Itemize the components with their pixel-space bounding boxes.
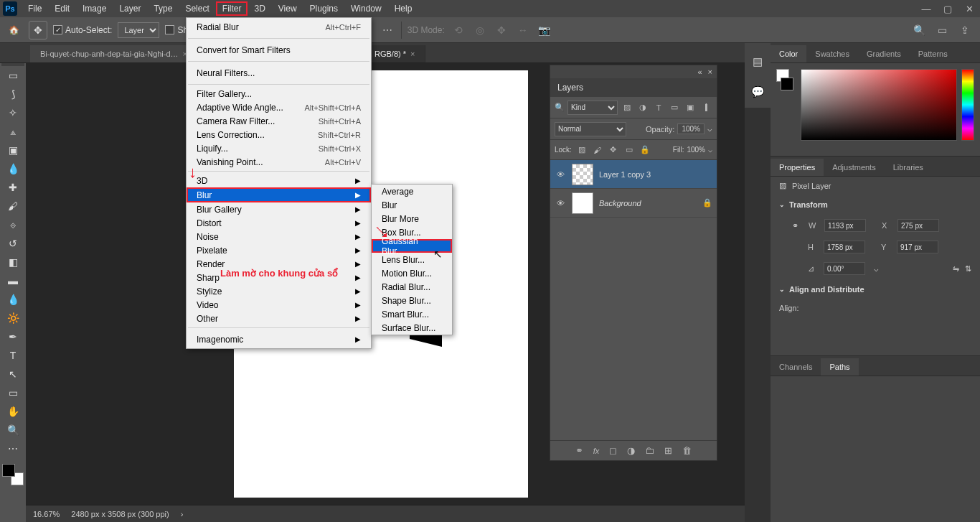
menu-adaptive-wide-angle[interactable]: Adaptive Wide Angle...Alt+Shift+Ctrl+A (187, 101, 371, 114)
shape-tool[interactable]: ▭ (1, 383, 24, 402)
history-brush-tool[interactable]: ↺ (1, 234, 24, 253)
transform-hdr[interactable]: Transform (789, 200, 828, 209)
menu-vanishing-point[interactable]: Vanishing Point...Alt+Ctrl+V (187, 155, 371, 169)
group-icon[interactable]: 🗀 (645, 445, 654, 456)
layer-name[interactable]: Background (599, 199, 641, 208)
gradient-tool[interactable]: ▬ (1, 271, 24, 290)
magic-wand-tool[interactable]: ✧ (1, 103, 24, 122)
flip-h-icon[interactable]: ⇋ (953, 264, 959, 274)
edit-toolbar[interactable]: ⋯ (1, 439, 24, 458)
zoom-tool[interactable]: 🔍 (1, 421, 24, 439)
menu-image[interactable]: Image (76, 1, 113, 16)
window-maximize[interactable]: ▢ (937, 0, 958, 17)
menu-lens-correction[interactable]: Lens Correction...Shift+Ctrl+R (187, 128, 371, 141)
menu-pixelate[interactable]: Pixelate▶ (187, 243, 371, 257)
close-icon[interactable]: × (410, 50, 415, 58)
frame-tool[interactable]: ▣ (1, 141, 24, 159)
eraser-tool[interactable]: ◧ (1, 253, 24, 271)
blur-tool[interactable]: 💧 (1, 290, 24, 309)
search-icon[interactable]: 🔍 (911, 22, 927, 38)
tab-properties[interactable]: Properties (771, 159, 824, 176)
filter-adjust-icon[interactable]: ◑ (636, 101, 649, 114)
menu-noise[interactable]: Noise▶ (187, 230, 371, 243)
align-hdr[interactable]: Align and Distribute (789, 285, 864, 294)
menu-imagenomic[interactable]: Imagenomic▶ (187, 330, 371, 348)
menu-3d[interactable]: 3D▶ (187, 174, 371, 187)
width-input[interactable] (824, 219, 866, 232)
lock-pixels-icon[interactable]: ▨ (576, 144, 588, 156)
layer-blend-mode[interactable]: Normal (555, 122, 626, 136)
zoom-level[interactable]: 16.67% (33, 510, 60, 518)
menu-3d[interactable]: 3D (248, 1, 271, 16)
auto-select-checkbox[interactable]: ✓Auto-Select: (53, 25, 112, 35)
bg-swatch[interactable] (781, 78, 793, 90)
menu-camera-raw[interactable]: Camera Raw Filter...Shift+Ctrl+A (187, 114, 371, 128)
link-wh-icon[interactable]: ⚭ (792, 221, 798, 230)
menu-last-filter[interactable]: Radial BlurAlt+Ctrl+F (187, 18, 371, 36)
doc-tab-0[interactable]: Bi-quyet-chup-anh-dep-tai-gia-Nghi-d…× (30, 45, 198, 62)
workspace-icon[interactable]: ▭ (934, 22, 950, 38)
y-input[interactable] (897, 241, 938, 253)
layer-item[interactable]: 👁 Layer 1 copy 3 (550, 160, 717, 189)
fill-value[interactable]: 100% (687, 146, 705, 154)
menu-layer[interactable]: Layer (113, 1, 147, 16)
window-close[interactable]: ✕ (958, 0, 980, 17)
path-select-tool[interactable]: ↖ (1, 365, 24, 383)
home-button[interactable]: 🏠 (4, 21, 23, 39)
filter-smart-icon[interactable]: ▣ (684, 101, 697, 114)
filter-image-icon[interactable]: ▨ (621, 101, 633, 114)
menu-help[interactable]: Help (388, 1, 419, 16)
history-icon[interactable]: ▤ (749, 53, 766, 70)
submenu-motion-blur[interactable]: Motion Blur... (372, 266, 452, 280)
submenu-smart-blur[interactable]: Smart Blur... (372, 307, 452, 321)
layer-item[interactable]: 👁 Background 🔒 (550, 189, 717, 218)
menu-stylize[interactable]: Stylize▶ (187, 284, 371, 298)
hue-slider[interactable] (961, 69, 974, 141)
fg-bg-colors[interactable] (2, 464, 24, 485)
layer-filter-kind[interactable]: Kind (567, 101, 618, 115)
move-tool-icon[interactable]: ✥ (29, 21, 47, 39)
menu-blur-gallery[interactable]: Blur Gallery▶ (187, 202, 371, 216)
mask-icon[interactable]: ◻ (609, 445, 617, 456)
doc-info[interactable]: 2480 px x 3508 px (300 ppi) (71, 510, 169, 518)
menu-edit[interactable]: Edit (48, 1, 76, 16)
submenu-gaussian-blur[interactable]: Gaussian Blur... (372, 239, 452, 253)
x-input[interactable] (897, 219, 939, 232)
filter-type-icon[interactable]: T (652, 101, 665, 114)
color-spectrum[interactable] (801, 69, 957, 141)
submenu-shape-blur[interactable]: Shape Blur... (372, 294, 452, 307)
crop-tool[interactable]: ⟁ (1, 122, 24, 141)
menu-filter[interactable]: Filter (216, 1, 248, 16)
flip-v-icon[interactable]: ⇅ (965, 264, 971, 274)
angle-input[interactable] (824, 262, 865, 275)
menu-select[interactable]: Select (179, 1, 215, 16)
auto-select-target[interactable]: Layer (118, 22, 159, 38)
submenu-surface-blur[interactable]: Surface Blur... (372, 321, 452, 335)
tab-libraries[interactable]: Libraries (885, 159, 932, 176)
link-icon[interactable]: ⚭ (575, 445, 583, 456)
menu-blur[interactable]: Blur▶ (187, 187, 371, 202)
pen-tool[interactable]: ✒ (1, 327, 24, 346)
visibility-icon[interactable]: 👁 (555, 170, 566, 179)
menu-file[interactable]: File (22, 1, 48, 16)
height-input[interactable] (824, 241, 865, 253)
menu-liquify[interactable]: Liquify...Shift+Ctrl+X (187, 141, 371, 155)
lock-artboard-icon[interactable]: ▭ (623, 144, 635, 156)
layer-name[interactable]: Layer 1 copy 3 (599, 170, 651, 179)
submenu-radial-blur[interactable]: Radial Blur... (372, 280, 452, 294)
lock-position-icon[interactable]: ✥ (608, 144, 619, 156)
filter-toggle-icon[interactable]: ⏽ (699, 101, 712, 114)
hand-tool[interactable]: ✋ (1, 402, 24, 421)
menu-smart-filters[interactable]: Convert for Smart Filters (187, 41, 371, 59)
new-layer-icon[interactable]: ⊞ (664, 445, 672, 456)
adjustment-icon[interactable]: ◑ (627, 445, 635, 456)
healing-tool[interactable]: ✚ (1, 178, 24, 197)
menu-filter-gallery[interactable]: Filter Gallery... (187, 87, 371, 101)
tab-gradients[interactable]: Gradients (858, 45, 910, 62)
clone-tool[interactable]: ⟐ (1, 215, 24, 234)
submenu-average[interactable]: Average (372, 185, 452, 198)
share-icon[interactable]: ⇪ (957, 22, 973, 38)
dodge-tool[interactable]: 🔆 (1, 309, 24, 327)
collapse-icon[interactable]: « (697, 67, 702, 76)
menu-window[interactable]: Window (344, 1, 388, 16)
